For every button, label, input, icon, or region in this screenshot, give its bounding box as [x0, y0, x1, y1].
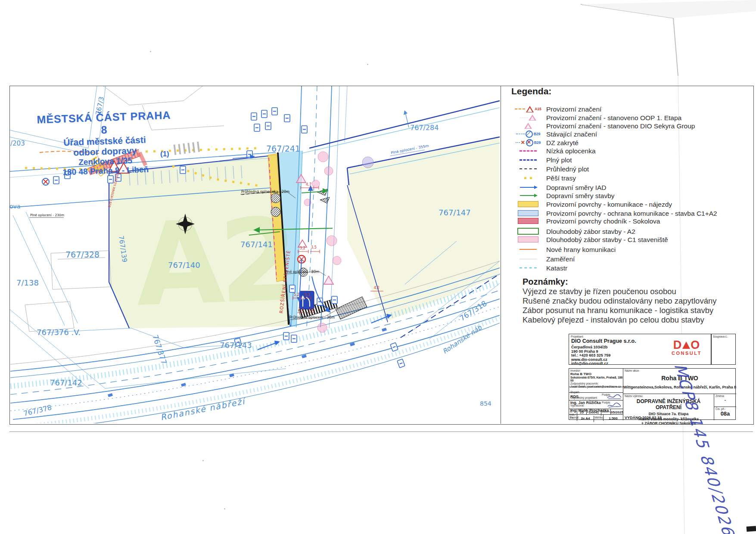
signature: [607, 402, 622, 409]
scan-speck: [367, 64, 368, 65]
surface-protection-swatch: [511, 209, 545, 217]
legend-item: Pěší trasy: [511, 174, 714, 182]
issued-date: VYDÁNO 2026 02 19: [625, 416, 662, 420]
legend-item: Dlouhodobý zábor stavby - A2: [511, 227, 714, 236]
solid-fence-icon: [511, 155, 545, 164]
legend-item: Nízká oplocenka: [511, 146, 714, 155]
legend-item: Dlouhodobý zábor stavby - C1 staveniště: [511, 235, 714, 244]
responsible-designer-cell: Odpovědný projektant: Podpis: Ing. Jan R…: [569, 392, 623, 400]
low-fence-icon: [511, 146, 545, 155]
scan-speck: [202, 460, 204, 461]
notes-title: Poznámky:: [523, 277, 568, 287]
scan-speck: [150, 51, 151, 52]
legend-item: Provizorní povrchy chodník - Sokolova: [511, 217, 714, 225]
provisional-marking-icon: A15: [511, 105, 545, 113]
note-line: Kabelový přejezd - instalován po celou d…: [523, 315, 704, 325]
job-number-row: Č. zak./čís.: 25 D0041 Datum: 05/2025: [569, 409, 623, 414]
legend-item: ✕ B29 DZ zakryté: [511, 138, 714, 147]
signature: [607, 394, 622, 400]
legend-item: Provizorní povrchy - ochrana komunikace …: [511, 209, 714, 217]
format-row: Formát: 3x A4 Měřítko: 1:500: [569, 414, 623, 420]
map-legend-divider: [501, 86, 501, 424]
longterm-a2-swatch: [511, 227, 545, 236]
cadastre-line-icon: [511, 264, 545, 272]
scanned-drawing-page: A2: [0, 0, 756, 534]
stamp-page-number: (1): [160, 150, 169, 158]
legend-item: Zaměření: [511, 255, 714, 263]
investor-cell: Investor: Roha B TWO Sokolovská 675/9, K…: [569, 369, 623, 387]
note-line: Rušené značky budou odinstalovány nebo z…: [523, 296, 716, 306]
legend-item: Provizorní povrchy - komunikace - nájezd…: [511, 200, 714, 208]
dio-consult-logo: DO CONSULT: [666, 339, 707, 356]
company-name: DIO Consult Prague s.r.o.: [571, 338, 636, 344]
legend-item: Dopravní směry stavby: [511, 191, 714, 200]
covered-sign-icon: ✕ B29: [511, 138, 545, 147]
legend-title: Legenda:: [511, 86, 551, 96]
title-block: Projektant: DIO Consult Prague s.r.o. Če…: [569, 334, 736, 420]
legend-item: Provizorní značení - stanoveno OOP 1. Et…: [511, 113, 714, 122]
new-road-edge-icon: [511, 245, 545, 254]
oop-marking-icon: [511, 113, 545, 122]
set-number-box: Souprava č.:: [711, 334, 736, 365]
legend-item: Dopravní směry IAD: [511, 183, 714, 192]
scan-blob: [747, 526, 756, 532]
designer-box: Projektant: DIO Consult Prague s.r.o. Če…: [569, 334, 711, 365]
existing-marking-icon: B29: [511, 130, 545, 138]
legend-item: A15 Provizorní značení: [511, 105, 714, 113]
legend-item: Plný plot: [511, 155, 714, 164]
legend-item: Nové hrany komunikaci: [511, 245, 714, 254]
transparent-fence-icon: [511, 165, 545, 173]
scan-speck: [224, 508, 225, 509]
sheet-number: 08a: [714, 410, 736, 417]
municipal-stamp: MĚSTSKÁ ČÁST PRAHA 8 Úřad městské části …: [32, 109, 177, 178]
dio-marking-icon: [511, 121, 545, 130]
legend-item: Průhledný plot: [511, 165, 714, 173]
surface-roadway-swatch: [511, 200, 545, 208]
note-line: Zábor posunut na hranu komunikace - logi…: [523, 306, 713, 315]
surface-sidewalk-swatch: [511, 217, 545, 225]
scan-edge-line: [9, 432, 753, 432]
legend-item: Katastr: [511, 264, 714, 272]
drafted-by-cell: Vypracoval: Podpis: Ing. Matěj Procházka: [569, 400, 623, 409]
legend-item: B29 Stávající značení: [511, 130, 714, 138]
iad-direction-arrow-icon: [511, 183, 545, 192]
main-block: Investor: Roha B TWO Sokolovská 675/9, K…: [569, 368, 736, 420]
cone-icon: [682, 342, 690, 349]
construction-direction-arrow-icon: [511, 191, 545, 200]
pedestrian-route-icon: [511, 174, 545, 182]
stage-cell: Stupeň: RDS: [569, 387, 623, 392]
sheet-number-cell: Čís. přl.: 08a: [714, 407, 736, 420]
survey-line-icon: [511, 255, 545, 263]
revision-cell: Změna: -: [714, 394, 736, 407]
longterm-c1-swatch: [511, 235, 545, 244]
legend-item: Provizorní značení - stanoveno DIO Sekyr…: [511, 121, 714, 130]
note-line: Výjezd ze stavby je řízen poučenou osobo…: [523, 287, 676, 296]
